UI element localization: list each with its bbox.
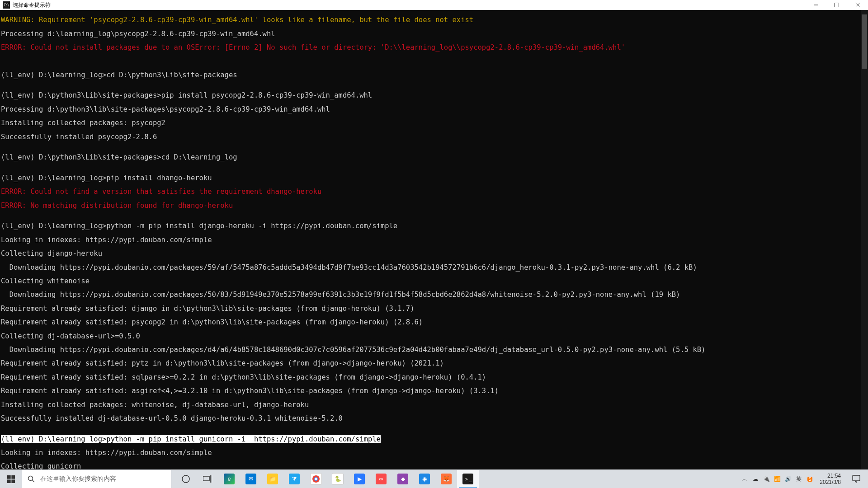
taskbar: 在这里输入你要搜索的内容 e ✉ 📁 ⧩ 🐍 ▶ ∞ ◆ ◉ 🦊 ＞_ ︿ ☁ … — [0, 469, 868, 488]
tray-sogou-icon[interactable]: S — [806, 475, 813, 483]
svg-rect-11 — [203, 476, 209, 481]
app-sparkler[interactable]: ◉ — [414, 470, 435, 488]
svg-rect-17 — [853, 475, 860, 481]
app-explorer[interactable]: 📁 — [262, 470, 283, 488]
output-line: Downloading https://pypi.doubanio.com/pa… — [1, 347, 867, 353]
output-line: Looking in indexes: https://pypi.douban.… — [1, 237, 867, 244]
app-edge[interactable]: e — [218, 470, 240, 488]
output-line: Collecting dj-database-url>=0.5.0 — [1, 333, 867, 340]
tray-clock[interactable]: 21:54 2021/3/8 — [817, 473, 844, 485]
taskbar-search[interactable]: 在这里输入你要搜索的内容 — [22, 470, 171, 488]
svg-rect-4 — [7, 475, 11, 479]
cortana-button[interactable] — [175, 470, 197, 488]
error-line: ERROR: No matching distribution found fo… — [1, 202, 867, 209]
terminal-output[interactable]: WARNING: Requirement 'psycopg2-2.8.6-cp3… — [0, 10, 868, 470]
svg-rect-5 — [11, 475, 15, 479]
start-button[interactable] — [0, 470, 22, 488]
warning-line: WARNING: Requirement 'psycopg2-2.8.6-cp3… — [1, 17, 867, 23]
tray-network-icon[interactable]: 📶 — [774, 475, 781, 483]
output-line: Installing collected packages: whitenois… — [1, 402, 867, 408]
app-vscode[interactable]: ⧩ — [283, 470, 305, 488]
svg-point-16 — [315, 478, 317, 480]
tray-time: 21:54 — [820, 473, 841, 479]
maximize-button[interactable] — [826, 0, 847, 10]
output-line: Downloading https://pypi.doubanio.com/pa… — [1, 264, 867, 271]
app-baidu-netdisk[interactable]: ∞ — [370, 470, 392, 488]
output-line: Collecting gunicorn — [1, 463, 867, 470]
prompt-line: (ll_env) D:\python3\Lib\site-packages>cd… — [1, 154, 867, 161]
app-python[interactable]: 🐍 — [327, 470, 349, 488]
search-icon — [28, 475, 35, 483]
system-tray: ︿ ☁ 🔌 📶 🔊 英 S 21:54 2021/3/8 — [741, 470, 868, 488]
command-prompt-window: C:\ 选择命令提示符 WARNING: Requirement 'psycop… — [0, 0, 868, 470]
app-chrome[interactable] — [305, 470, 327, 488]
search-placeholder: 在这里输入你要搜索的内容 — [40, 475, 116, 483]
close-button[interactable] — [847, 0, 868, 10]
svg-rect-1 — [835, 3, 839, 7]
output-line: Collecting django-heroku — [1, 250, 867, 257]
prompt-line: (ll_env) D:\learning_log>cd D:\python3\L… — [1, 72, 867, 79]
tray-date: 2021/3/8 — [820, 479, 841, 485]
task-view-button[interactable] — [197, 470, 218, 488]
app-todesk[interactable]: ▶ — [349, 470, 370, 488]
app-icon: C:\ — [3, 1, 10, 9]
output-line: Requirement already satisfied: django in… — [1, 305, 867, 312]
scrollbar-thumb[interactable] — [862, 14, 867, 69]
titlebar[interactable]: C:\ 选择命令提示符 — [0, 0, 868, 10]
taskbar-apps: e ✉ 📁 ⧩ 🐍 ▶ ∞ ◆ ◉ 🦊 ＞_ — [171, 470, 479, 488]
app-command-prompt[interactable]: ＞_ — [457, 470, 479, 488]
tray-onedrive-icon[interactable]: ☁ — [752, 475, 759, 483]
output-line: Requirement already satisfied: psycopg2 … — [1, 319, 867, 326]
minimize-button[interactable] — [806, 0, 826, 10]
svg-line-9 — [33, 480, 35, 483]
output-line: Installing collected packages: psycopg2 — [1, 120, 867, 127]
svg-point-8 — [28, 476, 33, 481]
tray-volume-icon[interactable]: 🔊 — [784, 475, 792, 483]
output-line: Requirement already satisfied: asgiref<4… — [1, 388, 867, 394]
output-line: Successfully installed dj-database-url-0… — [1, 415, 867, 422]
prompt-line-selected: (ll_env) D:\learning_log>python -m pip i… — [1, 436, 867, 443]
vertical-scrollbar[interactable] — [861, 10, 868, 470]
output-line: Requirement already satisfied: sqlparse>… — [1, 374, 867, 381]
svg-point-10 — [182, 475, 189, 483]
error-line: ERROR: Could not find a version that sat… — [1, 188, 867, 195]
window-title: 选择命令提示符 — [13, 1, 51, 9]
error-line: ERROR: Could not install packages due to… — [1, 44, 867, 51]
tray-ime-icon[interactable]: 英 — [795, 475, 802, 483]
output-line: Requirement already satisfied: pytz in d… — [1, 360, 867, 367]
tray-power-icon[interactable]: 🔌 — [763, 475, 770, 483]
output-line: Collecting whitenoise — [1, 278, 867, 285]
tray-show-hidden-icon[interactable]: ︿ — [741, 475, 748, 483]
prompt-line: (ll_env) D:\learning_log>python -m pip i… — [1, 223, 867, 230]
svg-rect-6 — [7, 479, 11, 483]
app-firefox[interactable]: 🦊 — [435, 470, 457, 488]
app-visual-studio[interactable]: ◆ — [392, 470, 414, 488]
action-center-button[interactable] — [847, 470, 865, 488]
output-line: Processing d:\learning_log\psycopg2-2.8.… — [1, 31, 867, 38]
prompt-line: (ll_env) D:\python3\Lib\site-packages>pi… — [1, 92, 867, 99]
app-mail[interactable]: ✉ — [240, 470, 262, 488]
output-line: Looking in indexes: https://pypi.douban.… — [1, 450, 867, 456]
prompt-line: (ll_env) D:\learning_log>pip install dha… — [1, 175, 867, 182]
output-line: Processing d:\python3\lib\site-packages\… — [1, 106, 867, 113]
svg-rect-7 — [11, 479, 15, 483]
output-line: Downloading https://pypi.doubanio.com/pa… — [1, 291, 867, 298]
output-line: Successfully installed psycopg2-2.8.6 — [1, 134, 867, 141]
